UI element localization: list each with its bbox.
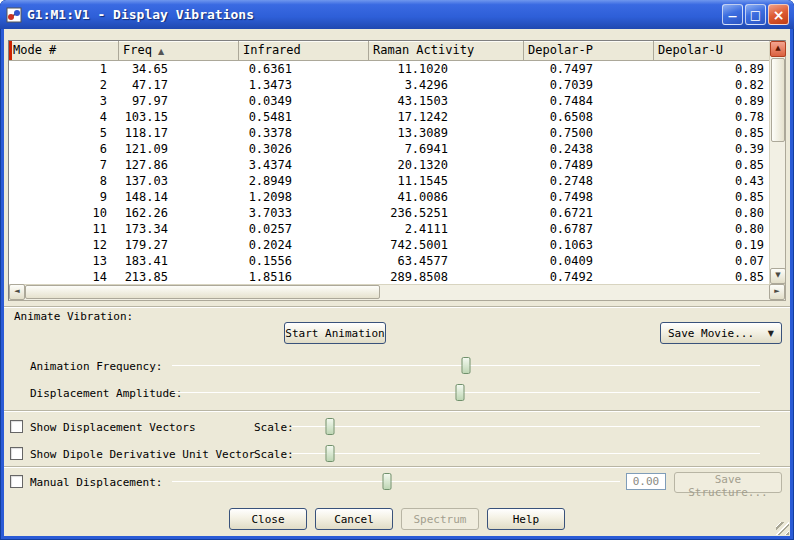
slider-track	[172, 481, 620, 482]
column-header-infrared[interactable]: Infrared	[239, 41, 369, 61]
cell-mode: 12	[9, 237, 119, 253]
cell-infrared: 0.3026	[239, 141, 369, 157]
animation-frequency-label: Animation Frequency:	[30, 360, 162, 373]
help-button[interactable]: Help	[487, 508, 565, 530]
start-animation-button[interactable]: Start Animation	[284, 322, 386, 344]
table-row[interactable]: 4 103.15 0.5481 17.1242 0.6508 0.78	[9, 109, 769, 125]
animation-frequency-slider[interactable]	[170, 356, 762, 376]
save-movie-button[interactable]: Save Movie... ▼	[660, 322, 782, 344]
cell-mode: 7	[9, 157, 119, 173]
scroll-up-icon[interactable]: ▲	[770, 41, 786, 57]
cell-freq: 179.27	[119, 237, 239, 253]
cell-mode: 6	[9, 141, 119, 157]
cell-freq: 127.86	[119, 157, 239, 173]
column-label: Raman Activity	[373, 43, 474, 57]
table-row[interactable]: 11 173.34 0.0257 2.4111 0.6787 0.80	[9, 221, 769, 237]
maximize-button[interactable]: □	[745, 4, 766, 25]
save-movie-label: Save Movie...	[668, 327, 754, 340]
horizontal-scrollbar[interactable]: ◄ ►	[9, 284, 785, 300]
horizontal-scrollbar-thumb[interactable]	[25, 285, 380, 299]
manual-displacement-checkbox[interactable]	[10, 475, 23, 488]
cell-depolar-u: 0.07	[654, 253, 769, 269]
displacement-vectors-scale-slider[interactable]	[290, 417, 762, 437]
cell-depolar-p: 0.1063	[524, 237, 654, 253]
column-header-depolar-u[interactable]: Depolar-U	[654, 41, 769, 61]
table-row[interactable]: 5 118.17 0.3378 13.3089 0.7500 0.85	[9, 125, 769, 141]
column-header-freq[interactable]: Freq▲	[119, 41, 239, 61]
cell-mode: 14	[9, 269, 119, 285]
table-row[interactable]: 9 148.14 1.2098 41.0086 0.7498 0.85	[9, 189, 769, 205]
table-row[interactable]: 7 127.86 3.4374 20.1320 0.7489 0.85	[9, 157, 769, 173]
show-dipole-derivative-checkbox[interactable]	[10, 447, 23, 460]
cell-depolar-p: 0.7039	[524, 77, 654, 93]
cell-raman: 3.4296	[369, 77, 524, 93]
show-displacement-vectors-checkbox[interactable]	[10, 420, 23, 433]
slider-track	[292, 453, 760, 454]
cell-depolar-p: 0.6721	[524, 205, 654, 221]
displacement-vectors-scale-slider-thumb[interactable]	[326, 418, 335, 435]
close-icon[interactable]: ×	[768, 4, 789, 25]
displacement-amplitude-slider-thumb[interactable]	[456, 384, 465, 401]
save-structure-button[interactable]: Save Structure...	[674, 472, 782, 493]
cell-depolar-p: 0.2748	[524, 173, 654, 189]
cell-depolar-p: 0.7484	[524, 93, 654, 109]
cell-mode: 3	[9, 93, 119, 109]
cell-depolar-p: 0.7489	[524, 157, 654, 173]
cell-mode: 10	[9, 205, 119, 221]
animation-frequency-slider-thumb[interactable]	[462, 357, 471, 374]
table-row[interactable]: 3 97.97 0.0349 43.1503 0.7484 0.89	[9, 93, 769, 109]
table-row[interactable]: 8 137.03 2.8949 11.1545 0.2748 0.43	[9, 173, 769, 189]
cell-depolar-p: 0.6508	[524, 109, 654, 125]
cell-raman: 11.1545	[369, 173, 524, 189]
resize-grip[interactable]	[776, 522, 789, 535]
cell-infrared: 0.2024	[239, 237, 369, 253]
cell-depolar-u: 0.85	[654, 189, 769, 205]
dipole-derivative-scale-label: Scale:	[254, 448, 294, 461]
scroll-left-icon[interactable]: ◄	[9, 284, 25, 300]
dipole-derivative-scale-slider[interactable]	[290, 444, 762, 464]
cell-mode: 4	[9, 109, 119, 125]
column-header-raman[interactable]: Raman Activity	[369, 41, 524, 61]
manual-displacement-slider-thumb[interactable]	[382, 473, 391, 490]
cell-infrared: 0.0349	[239, 93, 369, 109]
dipole-derivative-scale-slider-thumb[interactable]	[326, 445, 335, 462]
vertical-scrollbar-thumb[interactable]	[771, 58, 785, 142]
cell-raman: 43.1503	[369, 93, 524, 109]
minimize-button[interactable]: —	[722, 4, 743, 25]
column-header-mode[interactable]: Mode #	[9, 41, 119, 61]
separator	[4, 466, 790, 467]
scroll-down-icon[interactable]: ▼	[770, 268, 786, 284]
column-label: Freq	[123, 43, 152, 57]
cell-mode: 11	[9, 221, 119, 237]
table-row[interactable]: 12 179.27 0.2024 742.5001 0.1063 0.19	[9, 237, 769, 253]
table-row[interactable]: 13 183.41 0.1556 63.4577 0.0409 0.07	[9, 253, 769, 269]
show-dipole-derivative-label: Show Dipole Derivative Unit Vector	[30, 448, 255, 461]
displacement-amplitude-slider[interactable]	[170, 383, 762, 403]
vertical-scrollbar[interactable]: ▲ ▼	[769, 41, 785, 284]
table-row[interactable]: 10 162.26 3.7033 236.5251 0.6721 0.80	[9, 205, 769, 221]
column-header-depolar-p[interactable]: Depolar-P	[524, 41, 654, 61]
table-row[interactable]: 6 121.09 0.3026 7.6941 0.2438 0.39	[9, 141, 769, 157]
cell-depolar-u: 0.43	[654, 173, 769, 189]
cell-infrared: 1.3473	[239, 77, 369, 93]
sort-ascending-icon: ▲	[158, 47, 164, 56]
cell-depolar-u: 0.80	[654, 221, 769, 237]
spectrum-button[interactable]: Spectrum	[401, 508, 479, 530]
table-row[interactable]: 14 213.85 1.8516 289.8508 0.7492 0.85	[9, 269, 769, 285]
cell-raman: 7.6941	[369, 141, 524, 157]
cell-depolar-u: 0.78	[654, 109, 769, 125]
manual-displacement-input[interactable]	[626, 473, 666, 490]
cancel-button[interactable]: Cancel	[315, 508, 393, 530]
cell-infrared: 0.5481	[239, 109, 369, 125]
cell-depolar-p: 0.7497	[524, 61, 654, 77]
scroll-right-icon[interactable]: ►	[769, 284, 785, 300]
cell-freq: 118.17	[119, 125, 239, 141]
show-displacement-vectors-label: Show Displacement Vectors	[30, 421, 196, 434]
table-row[interactable]: 1 34.65 0.6361 11.1020 0.7497 0.89	[9, 61, 769, 77]
cell-raman: 20.1320	[369, 157, 524, 173]
cell-mode: 2	[9, 77, 119, 93]
close-dialog-button[interactable]: Close	[229, 508, 307, 530]
title-bar[interactable]: G1:M1:V1 - Display Vibrations — □ ×	[0, 0, 794, 29]
manual-displacement-slider[interactable]	[170, 472, 622, 492]
table-row[interactable]: 2 47.17 1.3473 3.4296 0.7039 0.82	[9, 77, 769, 93]
